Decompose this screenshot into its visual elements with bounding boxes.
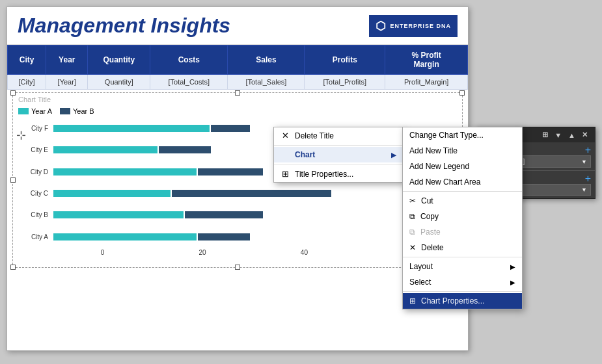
change-chart-type-label: Change Chart Type...: [409, 131, 484, 140]
panel-btn-close[interactable]: ✕: [580, 130, 590, 140]
submenu-cut[interactable]: ✂ Cut: [403, 193, 522, 209]
layout-label: Layout: [409, 262, 433, 271]
submenu-delete[interactable]: ✕ Delete: [403, 240, 522, 255]
x-label-0: 0: [101, 249, 105, 256]
legend-label-b: Year B: [73, 107, 94, 115]
cell-city: [City]: [8, 75, 46, 90]
cell-costs: [Total_Costs]: [150, 75, 228, 90]
bar-b-3: [172, 190, 331, 197]
panel-btn-down[interactable]: ▼: [553, 131, 564, 140]
copy-label: Copy: [420, 212, 439, 221]
panel-add-value-btn[interactable]: +: [585, 145, 591, 155]
paste-icon: ⧉: [409, 228, 415, 237]
cell-margin: Profit_Margin]: [385, 75, 468, 90]
bar-a-2: [53, 211, 184, 218]
panel-add-group-btn[interactable]: +: [585, 174, 591, 184]
y-label-2: City B: [18, 211, 48, 218]
handle-tl: [10, 90, 16, 96]
add-new-legend-label: Add New Legend: [409, 162, 469, 171]
table-header-row: City Year Quantity Costs Sales Profits %…: [8, 46, 468, 75]
select-label: Select: [409, 278, 431, 287]
bar-b-6: [211, 125, 250, 132]
menu-title-properties[interactable]: ⊞ Title Properties...: [274, 166, 403, 182]
context-menu: ✕ Delete Title Chart ▶ ⊞ Title Propertie…: [273, 127, 404, 183]
cell-profits: [Total_Profits]: [305, 75, 385, 90]
menu-delete-title-label: Delete Title: [295, 131, 334, 140]
submenu-chart-properties[interactable]: ⊞ Chart Properties...: [403, 293, 522, 309]
submenu-paste[interactable]: ⧉ Paste: [403, 224, 522, 240]
panel-btn-up[interactable]: ▲: [566, 131, 577, 140]
legend-color-b: [60, 108, 70, 114]
logo-icon: ⬡: [376, 19, 387, 33]
sub-context-menu: Change Chart Type... Add New Title Add N…: [402, 127, 523, 309]
bar-row-2: [53, 207, 457, 224]
bar-a-6: [53, 125, 210, 132]
data-table: City Year Quantity Costs Sales Profits %…: [7, 45, 468, 90]
menu-chart-label: Chart: [295, 150, 315, 159]
select-arrow: ▶: [510, 279, 515, 286]
chart-arrow-icon: ▶: [391, 151, 396, 159]
col-quantity: Quantity: [88, 46, 150, 75]
submenu-change-chart-type[interactable]: Change Chart Type...: [403, 127, 522, 143]
layout-arrow: ▶: [510, 263, 515, 270]
cut-label: Cut: [421, 196, 433, 205]
y-label-5: City E: [18, 146, 48, 153]
sub-sep-1: [403, 191, 522, 192]
move-icon[interactable]: ⊹: [16, 128, 26, 142]
copy-icon: ⧉: [409, 212, 415, 221]
add-new-chart-area-label: Add New Chart Area: [409, 177, 480, 187]
chart-props-icon: ⊞: [409, 296, 416, 306]
submenu-add-new-chart-area[interactable]: Add New Chart Area: [403, 174, 522, 190]
bar-b-1: [198, 233, 250, 240]
legend-item-a: Year A: [18, 107, 52, 115]
menu-title-properties-label: Title Properties...: [295, 170, 353, 179]
chart-legend: Year A Year B: [13, 106, 462, 118]
submenu-layout[interactable]: Layout ▶: [403, 259, 522, 274]
legend-label-a: Year A: [31, 107, 52, 115]
bar-a-5: [53, 146, 157, 153]
cell-quantity: Quantity]: [88, 75, 150, 90]
sub-sep-3: [403, 291, 522, 292]
menu-delete-title[interactable]: ✕ Delete Title: [274, 127, 403, 144]
submenu-copy[interactable]: ⧉ Copy: [403, 209, 522, 224]
delete-icon: ✕: [280, 131, 290, 140]
report-header: Management Insights ⬡ ENTERPRISE DNA: [7, 7, 468, 45]
col-city: City: [8, 46, 46, 75]
submenu-add-new-title[interactable]: Add New Title: [403, 143, 522, 159]
y-label-4: City D: [18, 168, 48, 176]
add-new-title-label: Add New Title: [409, 146, 458, 155]
report-title: Management Insights: [18, 14, 230, 38]
col-year: Year: [46, 46, 88, 75]
panel-field-arrow: ▼: [581, 159, 587, 165]
menu-sep-1: [274, 145, 403, 146]
submenu-select[interactable]: Select ▶: [403, 274, 522, 290]
handle-ml: [10, 177, 16, 183]
handle-tr: [459, 90, 465, 96]
x-label-40: 40: [301, 249, 308, 256]
col-profits: Profits: [305, 46, 385, 75]
delete-sub-icon: ✕: [409, 243, 416, 252]
logo-text: ENTERPRISE DNA: [390, 23, 451, 29]
handle-tc: [235, 90, 240, 96]
delete-label: Delete: [421, 243, 444, 252]
menu-sep-2: [274, 164, 403, 164]
legend-color-a: [18, 108, 29, 114]
x-label-20: 20: [198, 249, 206, 256]
logo-box: ⬡ ENTERPRISE DNA: [369, 15, 458, 37]
bar-row-1: [53, 228, 457, 245]
properties-icon: ⊞: [280, 169, 290, 179]
cell-sales: [Total_Sales]: [228, 75, 305, 90]
bar-a-3: [53, 190, 171, 197]
table-row: [City] [Year] Quantity] [Total_Costs] [T…: [8, 75, 468, 90]
menu-chart[interactable]: Chart ▶: [274, 147, 403, 162]
col-costs: Costs: [150, 46, 228, 75]
handle-bc: [235, 265, 240, 270]
cell-year: [Year]: [46, 75, 88, 90]
bar-b-2: [185, 211, 263, 218]
col-margin: % ProfitMargin: [385, 46, 468, 75]
sub-sep-2: [403, 257, 522, 257]
panel-btn-grid[interactable]: ⊞: [540, 130, 550, 140]
y-label-3: City C: [18, 190, 48, 197]
panel-field-group-arrow: ▼: [581, 187, 587, 193]
submenu-add-new-legend[interactable]: Add New Legend: [403, 159, 522, 174]
